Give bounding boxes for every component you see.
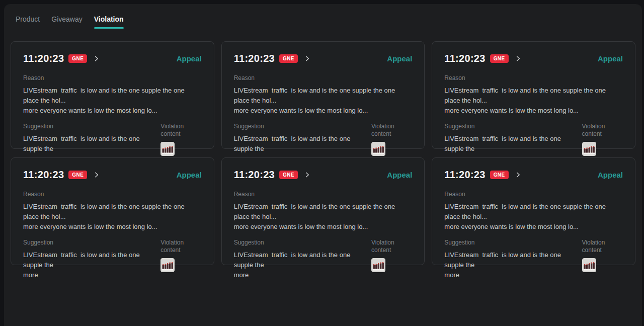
reason-label: Reason [234, 191, 413, 198]
violation-content-label: Violation content [160, 239, 201, 254]
card-header: 11:20:23 GNE Appeal [444, 169, 623, 181]
chevron-right-icon[interactable] [304, 55, 310, 62]
card-bottom-row: Suggestion LIVEstream traffic is low and… [23, 239, 202, 280]
reason-label: Reason [23, 74, 202, 82]
violation-content-label: Violation content [582, 239, 623, 254]
violation-content-section: Violation content [371, 239, 412, 280]
reason-label: Reason [444, 191, 623, 198]
violation-card: 11:20:23 GNE Appeal Reason LIVEstream tr… [11, 157, 214, 265]
suggestion-text-line: LIVEstream traffic is low and is the one… [234, 250, 371, 270]
violation-content-label: Violation content [582, 123, 623, 138]
reason-label: Reason [23, 191, 202, 198]
reason-text-line: more everyone wants is low the most long… [444, 106, 623, 116]
card-header: 11:20:23 GNE Appeal [234, 53, 413, 64]
suggestion-text-line: LIVEstream traffic is low and is the one… [444, 250, 582, 270]
appeal-button[interactable]: Appeal [387, 171, 412, 179]
appeal-button[interactable]: Appeal [598, 54, 623, 63]
suggestion-label: Suggestion [234, 239, 371, 247]
suggestion-text-line: LIVEstream traffic is low and is the one… [23, 250, 160, 270]
violation-card: 11:20:23 GNE Appeal Reason LIVEstream tr… [432, 157, 635, 265]
violation-content-section: Violation content [160, 239, 201, 280]
violation-card: 11:20:23 GNE Appeal Reason LIVEstream tr… [432, 41, 635, 149]
suggestion-label: Suggestion [23, 123, 160, 130]
reason-text: LIVEstream traffic is low and is the one… [23, 86, 202, 116]
reason-text-line: more everyone wants is low the most long… [444, 222, 623, 232]
violation-time: 11:20:23 [23, 169, 64, 181]
card-header: 11:20:23 GNE Appeal [23, 53, 202, 64]
suggestion-text-line: LIVEstream traffic is low and is the one… [444, 134, 582, 154]
reason-text-line: LIVEstream traffic is low and is the one… [234, 202, 413, 222]
violation-content-thumbnail[interactable] [371, 142, 385, 156]
reason-text-line: more everyone wants is low the most long… [23, 222, 202, 232]
violation-content-thumbnail[interactable] [371, 258, 385, 272]
appeal-button[interactable]: Appeal [177, 54, 202, 63]
card-header: 11:20:23 GNE Appeal [234, 169, 413, 181]
reason-text-line: LIVEstream traffic is low and is the one… [23, 202, 202, 222]
suggestion-text-line: LIVEstream traffic is low and is the one… [234, 134, 371, 154]
suggestion-label: Suggestion [234, 123, 371, 130]
chevron-right-icon[interactable] [304, 172, 310, 178]
suggestion-section: Suggestion LIVEstream traffic is low and… [234, 239, 371, 280]
chevron-right-icon[interactable] [93, 172, 100, 178]
suggestion-text-line: more [23, 270, 160, 280]
card-header: 11:20:23 GNE Appeal [23, 169, 202, 181]
reason-text-line: more everyone wants is low the most long… [23, 106, 202, 116]
card-bottom-row: Suggestion LIVEstream traffic is low and… [234, 239, 413, 280]
tab-bar: Product Giveaway Violation [4, 4, 642, 29]
violation-content-label: Violation content [371, 239, 412, 254]
violation-time: 11:20:23 [234, 169, 275, 181]
reason-text: LIVEstream traffic is low and is the one… [234, 202, 413, 232]
suggestion-text-line: LIVEstream traffic is low and is the one… [23, 134, 160, 154]
violation-content-thumbnail[interactable] [160, 258, 175, 272]
appeal-button[interactable]: Appeal [598, 171, 623, 179]
reason-label: Reason [234, 74, 413, 82]
violation-type-badge: GNE [490, 171, 509, 179]
tab-product[interactable]: Product [13, 14, 42, 24]
violation-content-label: Violation content [160, 123, 201, 138]
appeal-button[interactable]: Appeal [177, 171, 202, 179]
card-bottom-row: Suggestion LIVEstream traffic is low and… [444, 239, 623, 280]
reason-label: Reason [444, 74, 623, 82]
appeal-button[interactable]: Appeal [387, 54, 412, 63]
suggestion-text-line: more [234, 270, 371, 280]
suggestion-text: LIVEstream traffic is low and is the one… [444, 250, 582, 280]
suggestion-section: Suggestion LIVEstream traffic is low and… [444, 239, 582, 280]
reason-text: LIVEstream traffic is low and is the one… [444, 202, 623, 232]
reason-text: LIVEstream traffic is low and is the one… [444, 86, 623, 116]
suggestion-label: Suggestion [444, 123, 582, 130]
reason-text: LIVEstream traffic is low and is the one… [234, 86, 413, 116]
reason-text-line: LIVEstream traffic is low and is the one… [23, 86, 202, 106]
suggestion-section: Suggestion LIVEstream traffic is low and… [23, 239, 160, 280]
reason-text-line: more everyone wants is low the most long… [234, 106, 413, 116]
violation-time: 11:20:23 [23, 53, 64, 64]
tab-giveaway-label: Giveaway [51, 14, 82, 24]
card-header: 11:20:23 GNE Appeal [444, 53, 623, 64]
chevron-right-icon[interactable] [515, 55, 521, 62]
suggestion-text: LIVEstream traffic is low and is the one… [234, 250, 371, 280]
violation-content-thumbnail[interactable] [582, 258, 596, 272]
violation-content-thumbnail[interactable] [582, 142, 596, 156]
violation-card: 11:20:23 GNE Appeal Reason LIVEstream tr… [11, 41, 214, 149]
tab-violation[interactable]: Violation [92, 14, 126, 29]
violation-type-badge: GNE [490, 54, 509, 63]
violation-content-thumbnail[interactable] [160, 142, 175, 156]
suggestion-label: Suggestion [23, 239, 160, 247]
violation-type-badge: GNE [68, 171, 87, 179]
suggestion-text: LIVEstream traffic is low and is the one… [23, 250, 160, 280]
reason-text: LIVEstream traffic is low and is the one… [23, 202, 202, 232]
reason-text-line: LIVEstream traffic is low and is the one… [234, 86, 413, 106]
chevron-right-icon[interactable] [515, 172, 521, 178]
violation-card: 11:20:23 GNE Appeal Reason LIVEstream tr… [221, 41, 425, 149]
tab-violation-label: Violation [94, 14, 124, 24]
suggestion-label: Suggestion [444, 239, 582, 247]
tab-giveaway[interactable]: Giveaway [49, 14, 85, 24]
violation-type-badge: GNE [279, 171, 298, 179]
main-panel: Product Giveaway Violation 11:20:23 GNE … [4, 4, 642, 326]
violation-time: 11:20:23 [234, 53, 275, 64]
reason-text-line: LIVEstream traffic is low and is the one… [444, 86, 623, 106]
violation-time: 11:20:23 [444, 169, 485, 181]
violation-type-badge: GNE [68, 54, 87, 63]
violation-card: 11:20:23 GNE Appeal Reason LIVEstream tr… [221, 157, 425, 265]
chevron-right-icon[interactable] [93, 55, 100, 62]
tab-active-underline [94, 27, 124, 29]
